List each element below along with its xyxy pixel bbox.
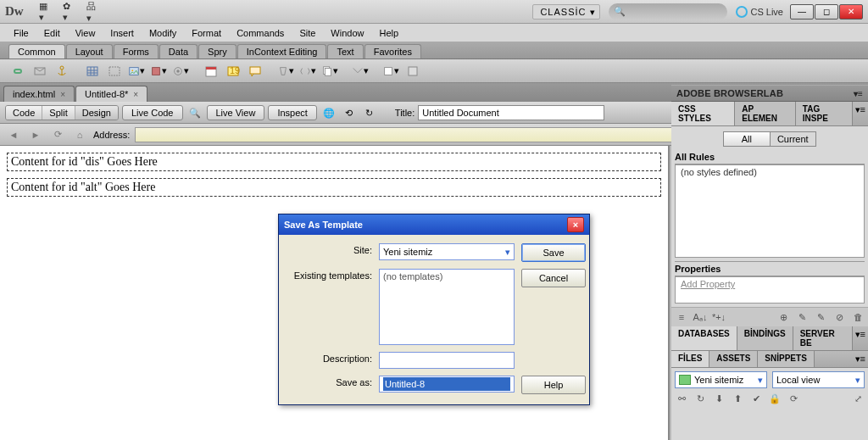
templates-icon[interactable]: ▾ bbox=[320, 62, 339, 81]
menu-insert[interactable]: Insert bbox=[103, 26, 141, 40]
panel-tab-databases[interactable]: DATABASES bbox=[671, 326, 737, 350]
new-rule-icon[interactable]: ✎ bbox=[795, 310, 809, 324]
anchor-icon[interactable] bbox=[53, 62, 71, 81]
insert-tab-common[interactable]: Common bbox=[8, 44, 65, 58]
insert-tab-text[interactable]: Text bbox=[327, 44, 363, 58]
insert-tab-spry[interactable]: Spry bbox=[198, 44, 236, 58]
refresh2-icon[interactable]: ↻ bbox=[361, 104, 378, 121]
description-input[interactable] bbox=[379, 352, 515, 369]
menu-site[interactable]: Site bbox=[292, 26, 322, 40]
insert-tab-data[interactable]: Data bbox=[159, 44, 198, 58]
checkin-icon[interactable]: 🔒 bbox=[768, 392, 782, 405]
view-code[interactable]: Code bbox=[6, 106, 42, 120]
hyperlink-icon[interactable] bbox=[8, 62, 27, 81]
insert-tab-incontext[interactable]: InContext Editing bbox=[237, 44, 327, 58]
connect-icon[interactable]: ⚯ bbox=[675, 392, 688, 405]
checkout-icon[interactable]: ✔ bbox=[749, 392, 763, 405]
cancel-button[interactable]: Cancel bbox=[521, 269, 586, 287]
tag-chooser-icon[interactable]: ▾ bbox=[351, 62, 370, 81]
home-icon[interactable]: ⌂ bbox=[71, 126, 88, 143]
live-view-button[interactable]: Live View bbox=[207, 105, 265, 120]
properties-list[interactable]: Add Property bbox=[675, 276, 865, 304]
panel-menu-icon[interactable]: ▾≡ bbox=[854, 89, 863, 98]
view-design[interactable]: Design bbox=[75, 106, 118, 120]
put-icon[interactable]: ⬆ bbox=[731, 392, 744, 405]
panel-tab-apelements[interactable]: AP ELEMEN bbox=[735, 102, 795, 125]
close-icon[interactable]: × bbox=[133, 90, 138, 99]
insert-tab-layout[interactable]: Layout bbox=[66, 44, 113, 58]
editable-region-dis[interactable]: Content for id "dis" Goes Here bbox=[7, 153, 661, 171]
table-icon[interactable] bbox=[83, 62, 102, 81]
editable-region-alt[interactable]: Content for id "alt" Goes Here bbox=[7, 178, 661, 197]
back-icon[interactable]: ◄ bbox=[5, 126, 22, 143]
widget-icon[interactable]: ▾ bbox=[171, 62, 190, 81]
forward-icon[interactable]: ► bbox=[27, 126, 44, 143]
site-icon[interactable]: 品 ▾ bbox=[86, 4, 102, 19]
saveas-input[interactable] bbox=[379, 376, 515, 393]
show-set-icon[interactable]: *+↓ bbox=[712, 310, 726, 324]
email-link-icon[interactable] bbox=[31, 62, 49, 81]
window-close[interactable]: ✕ bbox=[839, 4, 863, 19]
inspect-button[interactable]: Inspect bbox=[268, 105, 316, 120]
panel-tab-taginspector[interactable]: TAG INSPE bbox=[796, 102, 853, 125]
save-button[interactable]: Save bbox=[521, 243, 586, 262]
layout-icon[interactable]: ▦ ▾ bbox=[39, 4, 54, 19]
show-category-icon[interactable]: ≡ bbox=[675, 310, 688, 324]
panel-tab-snippets[interactable]: SNİPPETS bbox=[758, 351, 814, 367]
inspect-icon[interactable]: 🔍 bbox=[186, 104, 203, 121]
panel-menu-icon[interactable]: ▾≡ bbox=[853, 351, 868, 367]
refresh-icon[interactable]: ⟲ bbox=[341, 104, 358, 121]
stop-icon[interactable]: ⟳ bbox=[49, 126, 66, 143]
script-icon[interactable]: ▾ bbox=[298, 62, 317, 81]
dialog-close-button[interactable]: × bbox=[567, 217, 584, 232]
menu-file[interactable]: File bbox=[7, 26, 36, 40]
attach-icon[interactable]: ⊕ bbox=[776, 310, 790, 324]
expand-icon[interactable]: ⤢ bbox=[851, 392, 865, 405]
view-split[interactable]: Split bbox=[42, 106, 75, 120]
workspace-switcher[interactable]: CLASSİC bbox=[532, 4, 600, 19]
disable-icon[interactable]: ⊘ bbox=[832, 310, 846, 324]
window-minimize[interactable]: — bbox=[790, 4, 814, 19]
panel-tab-cssstyles[interactable]: CSS STYLES bbox=[671, 102, 735, 125]
panel-tab-files[interactable]: FİLES bbox=[671, 351, 709, 367]
title-input[interactable] bbox=[418, 105, 604, 120]
search-input[interactable]: 🔍 bbox=[609, 3, 727, 20]
menu-modify[interactable]: Modify bbox=[142, 26, 183, 40]
panel-menu-icon[interactable]: ▾≡ bbox=[853, 102, 868, 125]
window-maximize[interactable]: ◻ bbox=[815, 4, 838, 19]
insert-tab-favorites[interactable]: Favorites bbox=[364, 44, 421, 58]
menu-commands[interactable]: Commands bbox=[230, 26, 291, 40]
view-combo[interactable]: Local view bbox=[772, 371, 865, 388]
doc-tab-index[interactable]: index.html× bbox=[3, 86, 75, 102]
extension-icon[interactable]: ✿ ▾ bbox=[63, 4, 78, 19]
browser-icon[interactable]: 🌐 bbox=[320, 104, 337, 121]
div-icon[interactable] bbox=[105, 62, 124, 81]
doc-tab-untitled[interactable]: Untitled-8*× bbox=[75, 86, 147, 102]
help-button[interactable]: Help bbox=[521, 376, 586, 394]
menu-window[interactable]: Window bbox=[324, 26, 370, 40]
sync-icon[interactable]: ⟳ bbox=[787, 392, 800, 405]
library-icon[interactable] bbox=[403, 62, 422, 81]
show-list-icon[interactable]: Aₐ↓ bbox=[693, 310, 707, 324]
menu-format[interactable]: Format bbox=[185, 26, 228, 40]
panel-menu-icon[interactable]: ▾≡ bbox=[853, 326, 868, 350]
rules-list[interactable]: (no styles defined) bbox=[675, 164, 865, 258]
image-icon[interactable]: ▾ bbox=[127, 62, 146, 81]
cslive-button[interactable]: CS Live bbox=[736, 6, 783, 18]
templates2-icon[interactable]: ▾ bbox=[381, 62, 400, 81]
edit-rule-icon[interactable]: ✎ bbox=[814, 310, 827, 324]
media-icon[interactable]: ▾ bbox=[149, 62, 168, 81]
site-combo[interactable]: Yeni sitemiz bbox=[675, 371, 767, 388]
panel-tab-assets[interactable]: ASSETS bbox=[709, 351, 758, 367]
menu-help[interactable]: Help bbox=[372, 26, 405, 40]
dialog-titlebar[interactable]: Save As Template × bbox=[279, 214, 589, 235]
live-code-button[interactable]: Live Code bbox=[122, 105, 183, 120]
panel-browserlab[interactable]: ADOBE BROWSERLAB▾≡ bbox=[671, 85, 868, 102]
server-include-icon[interactable]: 19 bbox=[224, 62, 242, 81]
trash-icon[interactable]: 🗑 bbox=[851, 310, 865, 324]
panel-tab-serverbehaviors[interactable]: SERVER BE bbox=[793, 326, 853, 350]
head-icon[interactable]: ▾ bbox=[276, 62, 295, 81]
existing-templates-list[interactable]: (no templates) bbox=[379, 269, 515, 345]
css-current[interactable]: Current bbox=[771, 132, 816, 146]
menu-view[interactable]: View bbox=[69, 26, 103, 40]
